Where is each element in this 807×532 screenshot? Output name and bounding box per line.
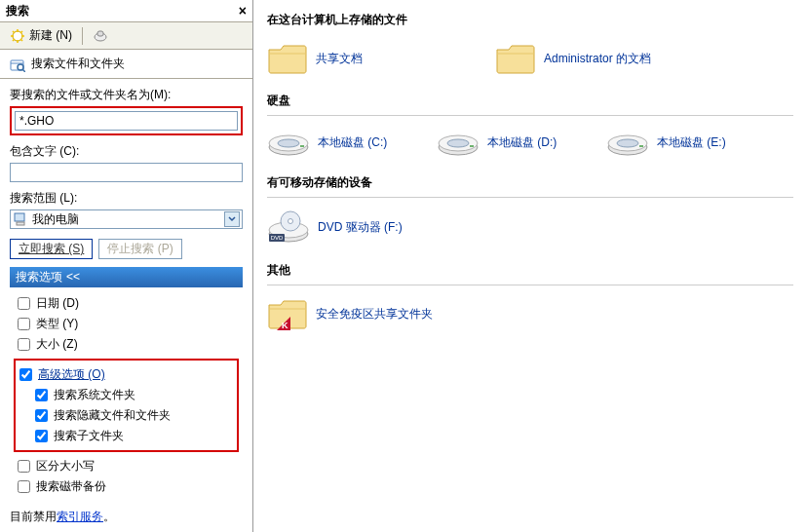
item-label: 本地磁盘 (E:) (657, 135, 726, 150)
new-label: 新建 (N) (29, 27, 72, 44)
stop-search-button: 停止搜索 (P) (98, 239, 181, 259)
search-companions-label: 搜索文件和文件夹 (31, 56, 125, 72)
search-options: 日期 (D) 类型 (Y) 大小 (Z) 高级选项 (O) 搜索系统文件夹 搜索… (10, 287, 243, 501)
opt-type[interactable]: 类型 (Y) (18, 314, 239, 334)
search-form: 要搜索的文件或文件夹名为(M): 包含文字 (C): 搜索范围 (L): 我的电… (0, 79, 252, 505)
folder-icon (267, 42, 308, 75)
opt-tape[interactable]: 搜索磁带备份 (18, 476, 239, 497)
customize-icon (93, 28, 108, 44)
opt-hidden-files[interactable]: 搜索隐藏文件和文件夹 (35, 405, 233, 426)
scope-value: 我的电脑 (32, 211, 79, 228)
opt-date[interactable]: 日期 (D) (18, 293, 239, 314)
search-panel: 搜索 × 新建 (N) 搜索文件和文件夹 要搜索的文件 (0, 0, 253, 532)
contains-input[interactable] (10, 163, 243, 182)
new-button[interactable]: 新建 (N) (6, 25, 76, 46)
item-label: DVD 驱动器 (F:) (318, 220, 403, 235)
search-companions-row[interactable]: 搜索文件和文件夹 (0, 50, 252, 79)
customize-button[interactable] (89, 26, 112, 46)
button-row: 立即搜索 (S) 停止搜索 (P) (10, 239, 243, 259)
filename-highlight (10, 106, 243, 135)
sparkle-icon (10, 28, 25, 44)
item-label: 本地磁盘 (D:) (487, 135, 557, 150)
panel-toolbar: 新建 (N) (0, 21, 252, 50)
item-label: 安全免疫区共享文件夹 (316, 307, 433, 322)
svg-rect-2 (97, 31, 103, 36)
item-label: Administrator 的文档 (544, 52, 651, 66)
svg-point-14 (447, 139, 469, 147)
svg-rect-11 (300, 145, 304, 147)
svg-line-5 (22, 69, 25, 72)
svg-rect-7 (17, 222, 24, 225)
svg-rect-15 (470, 145, 474, 147)
section-files-title: 在这台计算机上存储的文件 (267, 6, 793, 34)
item-admin-docs[interactable]: Administrator 的文档 (495, 42, 700, 75)
removable-grid: DVD DVD 驱动器 (F:) (267, 206, 793, 256)
secure-folder-icon: K (267, 297, 308, 330)
files-grid: 共享文档 Administrator 的文档 (267, 38, 793, 87)
opt-subfolders[interactable]: 搜索子文件夹 (35, 426, 233, 446)
other-grid: K 安全免疫区共享文件夹 (267, 293, 793, 342)
folder-icon (495, 42, 536, 75)
dvd-drive-icon: DVD (267, 209, 310, 245)
close-icon[interactable]: × (239, 3, 247, 19)
disks-grid: 本地磁盘 (C:) 本地磁盘 (D:) 本地磁盘 (E:) (267, 124, 793, 169)
search-now-button[interactable]: 立即搜索 (S) (10, 239, 93, 259)
item-disk-c[interactable]: 本地磁盘 (C:) (267, 128, 413, 157)
drive-icon (267, 128, 310, 157)
panel-titlebar: 搜索 × (0, 0, 252, 21)
svg-point-18 (617, 139, 638, 147)
item-shared-docs[interactable]: 共享文档 (267, 42, 472, 75)
svg-text:K: K (282, 321, 288, 330)
section-removable-title: 有可移动存储的设备 (267, 169, 793, 198)
section-other-title: 其他 (267, 256, 793, 285)
opt-size[interactable]: 大小 (Z) (18, 334, 239, 355)
svg-point-10 (278, 139, 299, 147)
svg-point-23 (288, 219, 293, 224)
opt-system-folders[interactable]: 搜索系统文件夹 (35, 385, 233, 405)
panel-title: 搜索 (6, 3, 29, 19)
toolbar-separator (82, 27, 83, 45)
opt-advanced[interactable]: 高级选项 (O) (19, 364, 233, 385)
item-dvd[interactable]: DVD DVD 驱动器 (F:) (267, 209, 472, 245)
item-disk-e[interactable]: 本地磁盘 (E:) (606, 128, 752, 157)
index-service-link[interactable]: 索引服务 (57, 510, 103, 523)
advanced-highlight: 高级选项 (O) 搜索系统文件夹 搜索隐藏文件和文件夹 搜索子文件夹 (14, 359, 239, 452)
chevron-left-icon: << (66, 270, 80, 284)
computer-icon (13, 211, 28, 227)
search-folder-icon (10, 57, 25, 72)
scope-select[interactable]: 我的电脑 (10, 209, 243, 229)
section-disks-title: 硬盘 (267, 87, 793, 116)
item-secure-folder[interactable]: K 安全免疫区共享文件夹 (267, 297, 472, 330)
drive-icon (437, 128, 480, 157)
svg-rect-19 (639, 145, 643, 147)
explorer-content: 在这台计算机上存储的文件 共享文档 Administrator 的文档 硬盘 (253, 0, 807, 532)
chevron-down-icon[interactable] (224, 211, 240, 227)
item-disk-d[interactable]: 本地磁盘 (D:) (437, 128, 583, 157)
search-options-header[interactable]: 搜索选项<< (10, 267, 243, 287)
opt-case[interactable]: 区分大小写 (18, 456, 239, 476)
drive-icon (606, 128, 649, 157)
index-service-line: 目前禁用索引服务。 (0, 505, 252, 529)
item-label: 本地磁盘 (C:) (318, 135, 387, 150)
item-label: 共享文档 (316, 52, 363, 66)
svg-rect-6 (15, 213, 24, 221)
filename-input[interactable] (15, 111, 238, 131)
scope-label: 搜索范围 (L): (10, 190, 243, 207)
contains-label: 包含文字 (C): (10, 143, 243, 160)
filename-label: 要搜索的文件或文件夹名为(M): (10, 87, 243, 103)
svg-text:DVD: DVD (271, 235, 284, 241)
